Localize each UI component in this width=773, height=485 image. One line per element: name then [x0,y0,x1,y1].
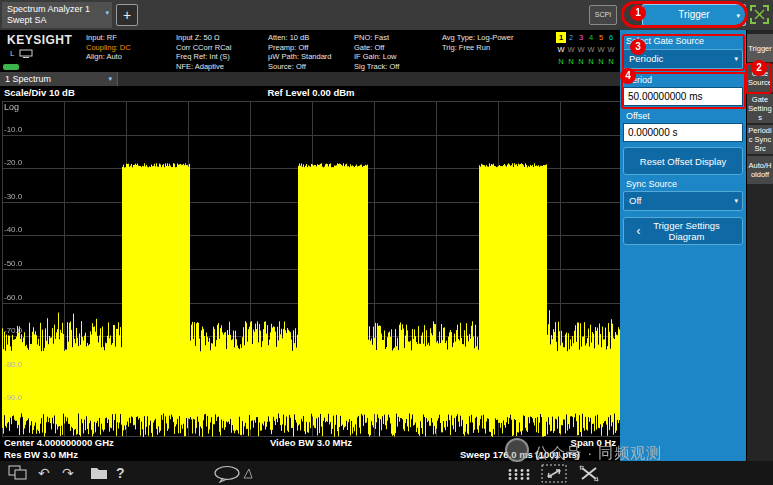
status-field: IF Gain: Low [354,52,399,62]
status-field: Coupling: DC [86,43,131,53]
status-field: Input: RF [86,33,131,43]
side-tab[interactable]: Auto/Holdoff [747,156,773,184]
side-tab[interactable]: Gate Settings [747,94,773,123]
trigger-settings-diagram-label: Trigger Settings Diagram [644,220,730,242]
offset-label: Offset [626,111,650,121]
side-tab[interactable]: Periodic Sync Src [747,125,773,154]
trace-type-3[interactable]: W [576,44,586,55]
status-field: Trig: Free Run [442,43,513,53]
instrument-status-header: KEYSIGHT L Input: RFCoupling: DCAlign: A… [0,30,620,72]
header-col-1: Input: RFCoupling: DCAlign: Auto [86,33,131,62]
sync-source-label: Sync Source [626,179,677,189]
gate-source-label: Select Gate Source [626,36,704,46]
status-field: Corr CCorr RCal [176,43,231,53]
window-layout-icon[interactable] [8,465,28,485]
trace-number-3[interactable]: 3 [576,32,586,43]
scale-ref-row: Scale/Div 10 dB Ref Level 0.00 dBm [0,86,622,101]
side-tab[interactable]: Trigger [747,34,773,62]
center-frequency-label[interactable]: Center 4.000000000 GHz [4,437,114,448]
status-field: Input Z: 50 Ω [176,33,231,43]
side-tab-menu: TriggerGate SourceGate SettingsPeriodic … [747,30,773,461]
gate-source-dropdown[interactable]: Periodic ▾ [623,49,743,69]
trigger-menu-panel: Select Gate Source Periodic ▾ Period 50.… [620,30,746,461]
undo-icon[interactable]: ↶ [38,464,50,482]
status-field: Atten: 10 dB [268,33,332,43]
status-field: Gate: Off [354,43,399,53]
y-axis-label: -70.0 [4,326,22,335]
monitor-icon [19,49,33,58]
trace-type-6[interactable]: W [606,44,616,55]
trace-number-4[interactable]: 4 [586,32,596,43]
ref-level-label[interactable]: Ref Level 0.00 dBm [267,87,354,98]
spectrum-display[interactable] [2,101,622,437]
screen-expand-icon[interactable] [541,464,567,485]
lan-status: L [10,49,33,58]
trigger-settings-diagram-button[interactable]: ‹ Trigger Settings Diagram [623,217,743,245]
redo-icon[interactable]: ↷ [62,464,74,482]
chevron-down-icon: ▾ [734,192,738,210]
trace-number-6[interactable]: 6 [606,32,616,43]
status-field: Freq Ref: Int (S) [176,52,231,62]
lan-indicator-label: L [10,49,14,58]
trace-type-1[interactable]: W [556,44,566,55]
bottom-toolbar: ↶ ↷ ? [0,461,773,485]
header-col-2: Input Z: 50 ΩCorr CCorr RCalFreq Ref: In… [176,33,231,71]
chevron-down-icon: ▾ [105,7,109,18]
chevron-down-icon: ▾ [736,6,740,26]
y-axis-label: -50.0 [4,259,22,268]
y-axis-label: -90.0 [4,393,22,402]
menu-title-dropdown[interactable]: Trigger ▾ [642,4,746,26]
video-bw-label[interactable]: Video BW 3.0 MHz [270,437,352,448]
y-axis-label: -30.0 [4,192,22,201]
header-col-3: Atten: 10 dBPreamp: OffµW Path: Standard… [268,33,332,71]
measurement-bar: 1 Spectrum ▾ [0,72,620,86]
status-field: NFE: Adaptive [176,62,231,72]
touch-off-icon[interactable] [578,464,600,485]
trace-status-grid: 123456WWWWWWNNNNNN [556,32,616,68]
trace-detector-2[interactable]: N [566,56,576,67]
period-input[interactable]: 50.00000000 ms [623,87,743,106]
side-tab[interactable]: Gate Source [747,64,773,92]
trace-detector-3[interactable]: N [576,56,586,67]
virtual-keyboard-icon[interactable] [507,467,531,485]
trace-number-5[interactable]: 5 [596,32,606,43]
trace-number-2[interactable]: 2 [566,32,576,43]
brand-logo: KEYSIGHT [7,33,72,47]
offset-input[interactable]: 0.000000 s [623,123,743,142]
measurement-tab-line1: Spectrum Analyzer 1 [7,4,98,15]
trace-number-1[interactable]: 1 [556,32,566,43]
menu-title-label: Trigger [678,9,709,20]
add-measurement-button[interactable]: + [116,4,138,26]
scpi-button[interactable]: SCPI [589,5,617,25]
watermark-logo [505,438,529,462]
help-icon[interactable]: ? [116,464,125,482]
trace-detector-5[interactable]: N [596,56,606,67]
trace-type-5[interactable]: W [596,44,606,55]
trace-type-4[interactable]: W [586,44,596,55]
trace-detector-4[interactable]: N [586,56,596,67]
y-axis-label: -40.0 [4,225,22,234]
status-field: µW Path: Standard [268,52,332,62]
header-col-5: Avg Type: Log-PowerTrig: Free Run [442,33,513,52]
trace-detector-1[interactable]: N [556,56,566,67]
trace-detector-6[interactable]: N [606,56,616,67]
sync-source-dropdown[interactable]: Off ▾ [623,191,743,211]
y-axis-label: -80.0 [4,360,22,369]
folder-icon[interactable] [90,466,108,484]
y-axis-label: -20.0 [4,158,22,167]
trace-type-2[interactable]: W [566,44,576,55]
y-axis-label: -60.0 [4,293,22,302]
measurement-tab[interactable]: Spectrum Analyzer 1 Swept SA ▾ [2,2,112,28]
watermark-text: 公众号 · 同频观测 [534,444,662,463]
y-axis-label: -10.0 [4,125,22,134]
header-col-4: PNO: FastGate: OffIF Gain: LowSig Track:… [354,33,399,71]
reset-offset-button[interactable]: Reset Offset Display [623,147,743,175]
res-bw-label[interactable]: Res BW 3.0 MHz [4,449,78,460]
chevron-left-icon: ‹ [637,226,641,237]
annotation-bubble-icon[interactable] [213,465,253,485]
fullscreen-toggle-icon[interactable] [749,4,770,25]
scale-per-div-label[interactable]: Scale/Div 10 dB [4,87,75,98]
status-field: Avg Type: Log-Power [442,33,513,43]
measurement-selector[interactable]: 1 Spectrum ▾ [0,72,118,86]
status-field: Sig Track: Off [354,62,399,72]
